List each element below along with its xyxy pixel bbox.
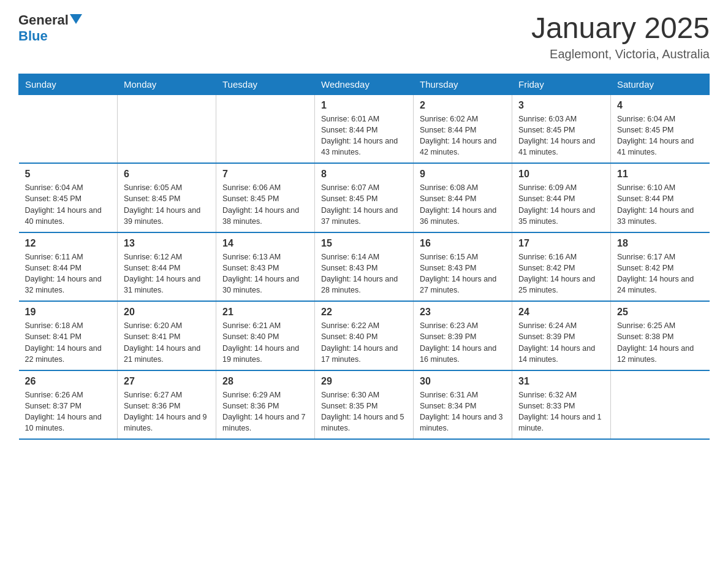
logo: General Blue bbox=[18, 12, 82, 44]
day-info: Sunrise: 6:02 AM Sunset: 8:44 PM Dayligh… bbox=[420, 113, 506, 158]
day-info: Sunrise: 6:12 AM Sunset: 8:44 PM Dayligh… bbox=[124, 251, 210, 296]
calendar-week-row: 19Sunrise: 6:18 AM Sunset: 8:41 PM Dayli… bbox=[19, 301, 710, 370]
header-row: SundayMondayTuesdayWednesdayThursdayFrid… bbox=[19, 74, 710, 94]
day-number: 29 bbox=[321, 376, 407, 387]
calendar-cell: 21Sunrise: 6:21 AM Sunset: 8:40 PM Dayli… bbox=[216, 301, 315, 370]
calendar-cell: 27Sunrise: 6:27 AM Sunset: 8:36 PM Dayli… bbox=[118, 370, 216, 440]
day-number: 21 bbox=[222, 307, 308, 318]
day-info: Sunrise: 6:10 AM Sunset: 8:44 PM Dayligh… bbox=[617, 182, 703, 227]
calendar-week-row: 12Sunrise: 6:11 AM Sunset: 8:44 PM Dayli… bbox=[19, 232, 710, 302]
day-info: Sunrise: 6:27 AM Sunset: 8:36 PM Dayligh… bbox=[124, 389, 210, 434]
day-info: Sunrise: 6:23 AM Sunset: 8:39 PM Dayligh… bbox=[420, 320, 506, 365]
day-number: 8 bbox=[321, 169, 407, 180]
day-number: 25 bbox=[617, 307, 703, 318]
day-number: 13 bbox=[124, 238, 210, 249]
logo-triangle-icon bbox=[70, 14, 82, 24]
calendar-cell: 5Sunrise: 6:04 AM Sunset: 8:45 PM Daylig… bbox=[19, 163, 118, 232]
calendar-cell: 19Sunrise: 6:18 AM Sunset: 8:41 PM Dayli… bbox=[19, 301, 118, 370]
day-number: 20 bbox=[124, 307, 210, 318]
day-info: Sunrise: 6:15 AM Sunset: 8:43 PM Dayligh… bbox=[420, 251, 506, 296]
day-info: Sunrise: 6:24 AM Sunset: 8:39 PM Dayligh… bbox=[518, 320, 604, 365]
day-number: 31 bbox=[518, 376, 604, 387]
header-wednesday: Wednesday bbox=[315, 74, 414, 94]
day-number: 27 bbox=[124, 376, 210, 387]
calendar-cell: 20Sunrise: 6:20 AM Sunset: 8:41 PM Dayli… bbox=[118, 301, 216, 370]
calendar-cell: 1Sunrise: 6:01 AM Sunset: 8:44 PM Daylig… bbox=[315, 94, 414, 163]
calendar-body: 1Sunrise: 6:01 AM Sunset: 8:44 PM Daylig… bbox=[19, 94, 710, 439]
day-number: 28 bbox=[222, 376, 308, 387]
calendar-cell: 24Sunrise: 6:24 AM Sunset: 8:39 PM Dayli… bbox=[512, 301, 611, 370]
day-number: 19 bbox=[25, 307, 112, 318]
day-number: 9 bbox=[420, 169, 506, 180]
calendar-cell: 29Sunrise: 6:30 AM Sunset: 8:35 PM Dayli… bbox=[315, 370, 414, 440]
day-number: 11 bbox=[617, 169, 703, 180]
calendar-cell: 2Sunrise: 6:02 AM Sunset: 8:44 PM Daylig… bbox=[414, 94, 512, 163]
day-info: Sunrise: 6:22 AM Sunset: 8:40 PM Dayligh… bbox=[321, 320, 407, 365]
calendar-cell bbox=[118, 94, 216, 163]
day-number: 18 bbox=[617, 238, 703, 249]
calendar-cell bbox=[611, 370, 710, 440]
calendar-cell: 25Sunrise: 6:25 AM Sunset: 8:38 PM Dayli… bbox=[611, 301, 710, 370]
calendar-cell: 9Sunrise: 6:08 AM Sunset: 8:44 PM Daylig… bbox=[414, 163, 512, 232]
day-info: Sunrise: 6:06 AM Sunset: 8:45 PM Dayligh… bbox=[222, 182, 308, 227]
day-number: 2 bbox=[420, 100, 506, 111]
day-info: Sunrise: 6:13 AM Sunset: 8:43 PM Dayligh… bbox=[222, 251, 308, 296]
calendar-cell: 13Sunrise: 6:12 AM Sunset: 8:44 PM Dayli… bbox=[118, 232, 216, 302]
day-info: Sunrise: 6:30 AM Sunset: 8:35 PM Dayligh… bbox=[321, 389, 407, 434]
calendar-cell: 17Sunrise: 6:16 AM Sunset: 8:42 PM Dayli… bbox=[512, 232, 611, 302]
header-sunday: Sunday bbox=[19, 74, 118, 94]
calendar-cell: 8Sunrise: 6:07 AM Sunset: 8:45 PM Daylig… bbox=[315, 163, 414, 232]
calendar-cell: 6Sunrise: 6:05 AM Sunset: 8:45 PM Daylig… bbox=[118, 163, 216, 232]
day-number: 26 bbox=[25, 376, 112, 387]
calendar-cell: 11Sunrise: 6:10 AM Sunset: 8:44 PM Dayli… bbox=[611, 163, 710, 232]
calendar-cell: 14Sunrise: 6:13 AM Sunset: 8:43 PM Dayli… bbox=[216, 232, 315, 302]
day-number: 30 bbox=[420, 376, 506, 387]
calendar-cell: 7Sunrise: 6:06 AM Sunset: 8:45 PM Daylig… bbox=[216, 163, 315, 232]
day-info: Sunrise: 6:31 AM Sunset: 8:34 PM Dayligh… bbox=[420, 389, 506, 434]
day-info: Sunrise: 6:04 AM Sunset: 8:45 PM Dayligh… bbox=[617, 113, 703, 158]
day-info: Sunrise: 6:29 AM Sunset: 8:36 PM Dayligh… bbox=[222, 389, 308, 434]
day-number: 16 bbox=[420, 238, 506, 249]
day-info: Sunrise: 6:25 AM Sunset: 8:38 PM Dayligh… bbox=[617, 320, 703, 365]
day-info: Sunrise: 6:16 AM Sunset: 8:42 PM Dayligh… bbox=[518, 251, 604, 296]
day-number: 15 bbox=[321, 238, 407, 249]
calendar-cell: 28Sunrise: 6:29 AM Sunset: 8:36 PM Dayli… bbox=[216, 370, 315, 440]
day-info: Sunrise: 6:18 AM Sunset: 8:41 PM Dayligh… bbox=[25, 320, 112, 365]
calendar-cell: 18Sunrise: 6:17 AM Sunset: 8:42 PM Dayli… bbox=[611, 232, 710, 302]
day-info: Sunrise: 6:09 AM Sunset: 8:44 PM Dayligh… bbox=[518, 182, 604, 227]
day-info: Sunrise: 6:05 AM Sunset: 8:45 PM Dayligh… bbox=[124, 182, 210, 227]
day-number: 5 bbox=[25, 169, 112, 180]
day-number: 17 bbox=[518, 238, 604, 249]
header-thursday: Thursday bbox=[414, 74, 512, 94]
day-number: 3 bbox=[518, 100, 604, 111]
calendar-cell: 22Sunrise: 6:22 AM Sunset: 8:40 PM Dayli… bbox=[315, 301, 414, 370]
calendar-table: SundayMondayTuesdayWednesdayThursdayFrid… bbox=[18, 74, 710, 440]
day-number: 10 bbox=[518, 169, 604, 180]
calendar-cell: 23Sunrise: 6:23 AM Sunset: 8:39 PM Dayli… bbox=[414, 301, 512, 370]
day-info: Sunrise: 6:01 AM Sunset: 8:44 PM Dayligh… bbox=[321, 113, 407, 158]
calendar-cell: 15Sunrise: 6:14 AM Sunset: 8:43 PM Dayli… bbox=[315, 232, 414, 302]
day-number: 6 bbox=[124, 169, 210, 180]
day-info: Sunrise: 6:21 AM Sunset: 8:40 PM Dayligh… bbox=[222, 320, 308, 365]
calendar-cell: 4Sunrise: 6:04 AM Sunset: 8:45 PM Daylig… bbox=[611, 94, 710, 163]
calendar-cell: 10Sunrise: 6:09 AM Sunset: 8:44 PM Dayli… bbox=[512, 163, 611, 232]
calendar-cell: 16Sunrise: 6:15 AM Sunset: 8:43 PM Dayli… bbox=[414, 232, 512, 302]
day-number: 14 bbox=[222, 238, 308, 249]
day-number: 23 bbox=[420, 307, 506, 318]
calendar-week-row: 1Sunrise: 6:01 AM Sunset: 8:44 PM Daylig… bbox=[19, 94, 710, 163]
day-info: Sunrise: 6:08 AM Sunset: 8:44 PM Dayligh… bbox=[420, 182, 506, 227]
day-info: Sunrise: 6:04 AM Sunset: 8:45 PM Dayligh… bbox=[25, 182, 112, 227]
day-number: 24 bbox=[518, 307, 604, 318]
day-info: Sunrise: 6:07 AM Sunset: 8:45 PM Dayligh… bbox=[321, 182, 407, 227]
calendar-week-row: 26Sunrise: 6:26 AM Sunset: 8:37 PM Dayli… bbox=[19, 370, 710, 440]
calendar-cell: 3Sunrise: 6:03 AM Sunset: 8:45 PM Daylig… bbox=[512, 94, 611, 163]
day-number: 4 bbox=[617, 100, 703, 111]
page-header: General Blue January 2025 Eaglemont, Vic… bbox=[18, 12, 710, 61]
calendar-week-row: 5Sunrise: 6:04 AM Sunset: 8:45 PM Daylig… bbox=[19, 163, 710, 232]
day-info: Sunrise: 6:03 AM Sunset: 8:45 PM Dayligh… bbox=[518, 113, 604, 158]
day-info: Sunrise: 6:14 AM Sunset: 8:43 PM Dayligh… bbox=[321, 251, 407, 296]
calendar-cell bbox=[19, 94, 118, 163]
day-info: Sunrise: 6:20 AM Sunset: 8:41 PM Dayligh… bbox=[124, 320, 210, 365]
calendar-cell: 30Sunrise: 6:31 AM Sunset: 8:34 PM Dayli… bbox=[414, 370, 512, 440]
calendar-subtitle: Eaglemont, Victoria, Australia bbox=[531, 47, 710, 61]
